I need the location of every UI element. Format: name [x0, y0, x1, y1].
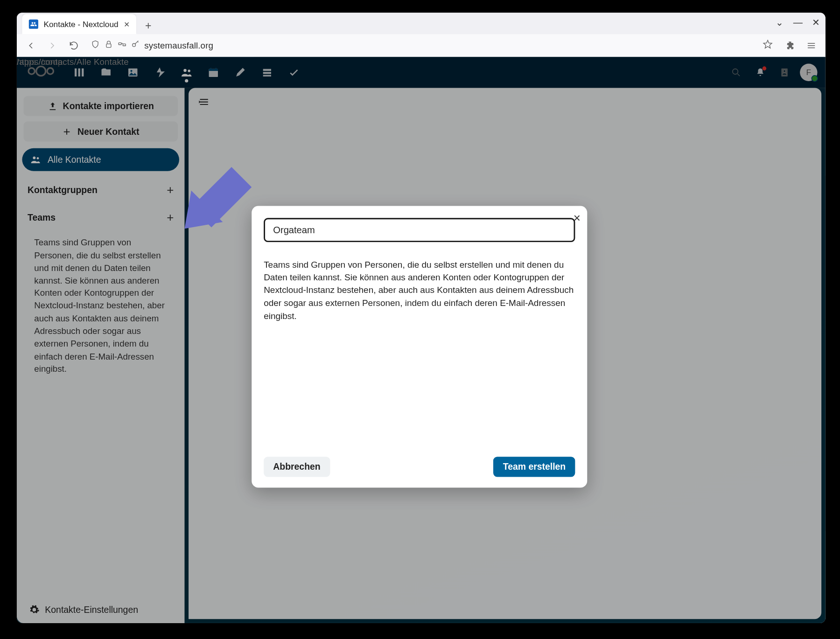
browser-tab-bar: Kontakte - Nextcloud × + ⌄ — ✕	[17, 13, 826, 34]
browser-tab[interactable]: Kontakte - Nextcloud ×	[22, 14, 136, 34]
extensions-icon[interactable]	[781, 36, 798, 54]
team-name-input[interactable]	[264, 218, 575, 242]
back-button[interactable]	[22, 36, 39, 54]
cancel-button[interactable]: Abbrechen	[264, 457, 330, 477]
contacts-app-icon	[29, 20, 38, 29]
svg-point-3	[133, 43, 136, 47]
tabs-dropdown-icon[interactable]: ⌄	[776, 17, 784, 28]
new-tab-button[interactable]: +	[140, 18, 157, 35]
modal-description: Teams sind Gruppen von Personen, die du …	[264, 258, 575, 323]
window-minimize-button[interactable]: —	[793, 17, 803, 28]
create-team-button[interactable]: Team erstellen	[494, 457, 575, 477]
tab-close-icon[interactable]: ×	[124, 19, 130, 29]
bookmark-icon[interactable]	[763, 39, 773, 51]
browser-toolbar: https://coop.systemausfall.org/apps/cont…	[17, 34, 826, 57]
key-icon	[131, 40, 140, 51]
permissions-icon	[118, 40, 127, 51]
forward-button[interactable]	[43, 36, 61, 54]
menu-icon[interactable]	[803, 36, 820, 54]
svg-rect-0	[106, 44, 111, 48]
tab-title: Kontakte - Nextcloud	[43, 20, 118, 29]
create-team-modal: × Teams sind Gruppen von Personen, die d…	[252, 206, 587, 487]
modal-close-button[interactable]: ×	[574, 211, 581, 225]
svg-rect-2	[123, 44, 126, 46]
url-text: https://coop.systemausfall.org/apps/cont…	[144, 40, 213, 50]
lock-icon	[104, 40, 113, 51]
reload-button[interactable]	[65, 36, 82, 54]
browser-window: Kontakte - Nextcloud × + ⌄ — ✕ https://c…	[17, 13, 826, 623]
shield-icon	[91, 40, 100, 51]
window-close-button[interactable]: ✕	[812, 17, 820, 28]
svg-rect-1	[119, 43, 121, 45]
address-bar[interactable]: https://coop.systemausfall.org/apps/cont…	[87, 36, 777, 54]
